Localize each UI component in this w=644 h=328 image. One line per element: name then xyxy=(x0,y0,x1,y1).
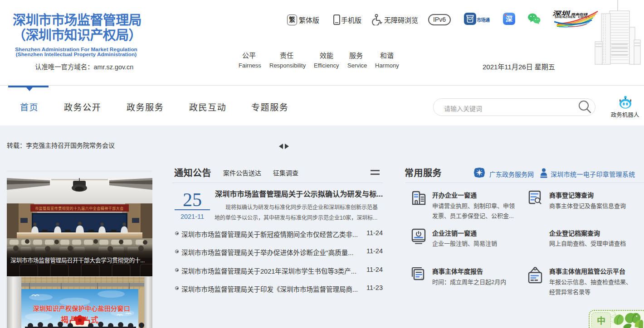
svg-text:深圳知识产权保护中心盐田分窗口: 深圳知识产权保护中心盐田分窗口 xyxy=(33,305,130,312)
svg-text:市监管局宣传贯彻党的十九届六中全会精神干部大会: 市监管局宣传贯彻党的十九届六中全会精神干部大会 xyxy=(35,206,124,211)
svg-text:深圳市市场监督管理局召开干部大会学习贯彻党的十...: 深圳市市场监督管理局召开干部大会学习贯彻党的十... xyxy=(10,257,145,264)
